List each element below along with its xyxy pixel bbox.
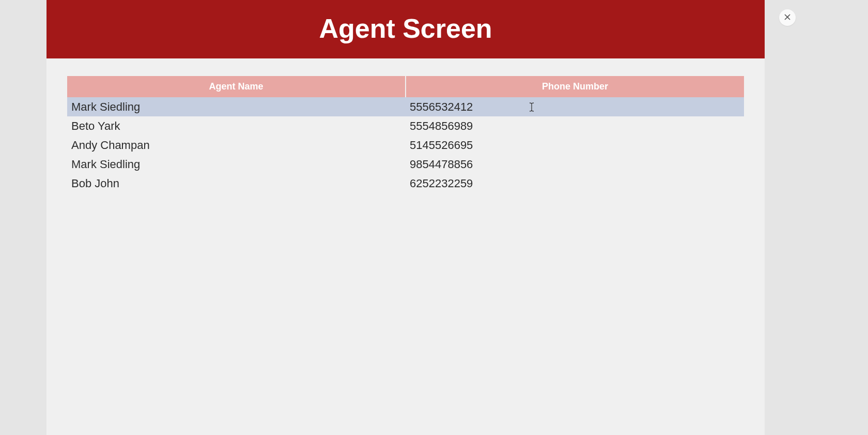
agent-screen-modal: Agent Screen Agent Name Phone Number Mar… (47, 0, 765, 435)
cell-agent-name: Mark Siedling (67, 97, 406, 116)
cell-phone-number: 6252232259 (406, 174, 744, 193)
page-title: Agent Screen (47, 13, 765, 44)
close-button[interactable] (779, 9, 796, 26)
table-header-row: Agent Name Phone Number (67, 76, 744, 97)
cell-phone-number: 5145526695 (406, 136, 744, 155)
cell-agent-name: Andy Champan (67, 136, 406, 155)
cell-phone-number: 5556532412 (406, 97, 744, 116)
table-row[interactable]: Andy Champan5145526695 (67, 136, 744, 155)
table-row[interactable]: Beto Yark5554856989 (67, 116, 744, 136)
col-phone-number[interactable]: Phone Number (406, 76, 744, 97)
close-icon (784, 13, 791, 22)
table-row[interactable]: Mark Siedling5556532412 (67, 97, 744, 116)
table-row[interactable]: Bob John6252232259 (67, 174, 744, 193)
cell-phone-number: 9854478856 (406, 155, 744, 174)
cell-agent-name: Bob John (67, 174, 406, 193)
modal-header: Agent Screen (47, 0, 765, 58)
agents-table: Agent Name Phone Number Mark Siedling555… (67, 76, 744, 193)
cell-agent-name: Beto Yark (67, 116, 406, 136)
modal-content: Agent Name Phone Number Mark Siedling555… (47, 58, 765, 193)
cell-phone-number: 5554856989 (406, 116, 744, 136)
cell-agent-name: Mark Siedling (67, 155, 406, 174)
table-row[interactable]: Mark Siedling9854478856 (67, 155, 744, 174)
col-agent-name[interactable]: Agent Name (67, 76, 406, 97)
